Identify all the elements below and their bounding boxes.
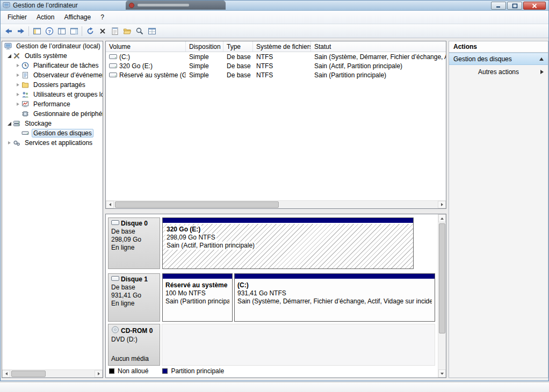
tree-item-observateur[interactable]: Observateur d’événements bbox=[2, 70, 103, 80]
volume-row-reserve-systeme-g[interactable]: Réservé au système (G:) Simple De base N… bbox=[106, 70, 446, 79]
expander-open-icon[interactable] bbox=[6, 53, 12, 59]
chevron-right-icon bbox=[540, 70, 544, 74]
column-header-volume[interactable]: Volume bbox=[106, 41, 186, 52]
scroll-left-button[interactable] bbox=[106, 201, 114, 208]
menu-action[interactable]: Action bbox=[32, 12, 59, 23]
background-tab-text-shape bbox=[138, 4, 189, 6]
volume-statut: Sain (Actif, Partition principale) bbox=[311, 62, 406, 70]
collapse-section-icon[interactable] bbox=[539, 57, 544, 61]
partition-type-color-bar bbox=[235, 274, 435, 280]
expander-closed-icon[interactable] bbox=[15, 101, 21, 107]
scroll-left-button[interactable] bbox=[2, 370, 10, 378]
menu-affichage[interactable]: Affichage bbox=[59, 12, 96, 23]
menu-fichier[interactable]: Fichier bbox=[3, 12, 32, 23]
partition-label: (C:) bbox=[237, 281, 432, 289]
tree-item-services-applications[interactable]: Services et applications bbox=[2, 138, 103, 148]
actions-section-gestion-des-disques[interactable]: Gestion des disques bbox=[449, 53, 548, 65]
tree-horizontal-scrollbar[interactable] bbox=[2, 369, 103, 378]
disk-kind: DVD (D:) bbox=[111, 336, 157, 344]
column-header-statut[interactable]: Statut bbox=[311, 41, 446, 52]
open-folder-button[interactable] bbox=[121, 25, 133, 37]
scroll-right-button[interactable] bbox=[438, 201, 446, 208]
tree-item-stockage[interactable]: Stockage bbox=[2, 119, 103, 128]
titlebar[interactable]: Gestion de l’ordinateur bbox=[1, 1, 548, 11]
expander-closed-icon[interactable] bbox=[15, 82, 21, 88]
event-viewer-icon bbox=[21, 71, 30, 79]
scrollbar-track[interactable] bbox=[438, 222, 446, 369]
background-window-fragment[interactable] bbox=[126, 1, 226, 10]
column-header-disposition[interactable]: Disposition bbox=[186, 41, 223, 52]
search-button[interactable] bbox=[133, 25, 146, 37]
volume-disposition: Simple bbox=[186, 62, 223, 70]
disk-name: CD-ROM 0 bbox=[121, 327, 153, 335]
back-button[interactable] bbox=[2, 25, 15, 37]
desktop-strip bbox=[0, 382, 549, 392]
tree-item-dossiers-partages[interactable]: Dossiers partagés bbox=[2, 80, 103, 90]
tree-item-utilisateurs-groupes[interactable]: Utilisateurs et groupes locaux bbox=[2, 90, 103, 99]
main-area: Gestion de l’ordinateur (local) Outils s… bbox=[1, 38, 548, 378]
scroll-down-button[interactable] bbox=[438, 369, 446, 378]
delete-button[interactable] bbox=[96, 25, 109, 37]
disk-1-header[interactable]: Disque 1 De base 931,41 Go En ligne bbox=[108, 273, 160, 322]
partition-reserve-systeme[interactable]: Réservé au système 100 Mo NTFS Sain (Par… bbox=[162, 273, 233, 322]
minimize-button[interactable] bbox=[491, 2, 506, 10]
scrollbar-thumb[interactable] bbox=[439, 223, 445, 333]
cdrom-0-header[interactable]: CD-ROM 0 DVD (D:) Aucun média bbox=[108, 324, 160, 366]
disk-kind: De base bbox=[111, 228, 157, 236]
disk-graphical-pane: Disque 0 De base 298,09 Go En ligne 320 … bbox=[105, 214, 446, 378]
expander-closed-icon[interactable] bbox=[15, 72, 21, 78]
disk-status: En ligne bbox=[111, 244, 157, 252]
volume-row-c[interactable]: (C:) Simple De base NTFS Sain (Système, … bbox=[106, 52, 446, 61]
expander-closed-icon[interactable] bbox=[6, 140, 12, 146]
show-hide-pane-button[interactable] bbox=[55, 25, 68, 37]
scroll-right-button[interactable] bbox=[95, 370, 103, 378]
local-users-groups-icon bbox=[21, 91, 30, 98]
partition-detail: 931,41 Go NTFS bbox=[237, 289, 432, 297]
maximize-button[interactable] bbox=[507, 2, 522, 10]
properties-button[interactable] bbox=[109, 25, 121, 37]
volume-list-horizontal-scrollbar[interactable] bbox=[106, 200, 446, 208]
tree-item-label: Planificateur de tâches bbox=[32, 61, 100, 70]
disk-icon bbox=[111, 220, 119, 228]
expander-closed-icon[interactable] bbox=[15, 63, 21, 69]
screen: Gestion de l’ordinateur Fichier Action A… bbox=[0, 0, 549, 392]
new-window-button[interactable] bbox=[146, 25, 158, 37]
tree-item-performance[interactable]: Performance bbox=[2, 99, 103, 109]
performance-icon bbox=[21, 100, 30, 108]
disk-name: Disque 1 bbox=[121, 275, 148, 284]
actions-pane: Actions Gestion des disques Autres actio… bbox=[449, 41, 548, 378]
tree-item-label: Performance bbox=[32, 100, 72, 108]
refresh-button[interactable] bbox=[84, 25, 96, 37]
volume-type: De base bbox=[223, 71, 253, 79]
expander-open-icon[interactable] bbox=[6, 121, 12, 127]
column-header-systeme-fichiers[interactable]: Système de fichiers bbox=[253, 41, 311, 52]
partition-label: Réservé au système bbox=[165, 281, 229, 289]
expander-closed-icon[interactable] bbox=[15, 92, 21, 98]
tree-item-root[interactable]: Gestion de l’ordinateur (local) bbox=[2, 41, 103, 51]
forward-button[interactable] bbox=[15, 25, 27, 37]
partition-320go-e[interactable]: 320 Go (E:) 298,09 Go NTFS Sain (Actif, … bbox=[162, 217, 414, 269]
scrollbar-thumb[interactable] bbox=[11, 371, 46, 377]
volume-row-320go-e[interactable]: 320 Go (E:) Simple De base NTFS Sain (Ac… bbox=[106, 61, 446, 70]
tree-item-planificateur[interactable]: Planificateur de tâches bbox=[2, 61, 103, 70]
show-action-pane-button[interactable] bbox=[68, 25, 80, 37]
tree-item-gestionnaire-peripheriques[interactable]: Gestionnaire de périphériques bbox=[2, 109, 103, 119]
menu-help[interactable]: ? bbox=[96, 12, 109, 23]
tree-item-gestion-des-disques[interactable]: Gestion des disques bbox=[2, 128, 103, 138]
help-button[interactable]: ? bbox=[43, 25, 55, 37]
scrollbar-thumb[interactable] bbox=[115, 201, 279, 208]
scrollbar-track[interactable] bbox=[114, 201, 438, 208]
scrollbar-track[interactable] bbox=[10, 370, 95, 378]
partition-c[interactable]: (C:) 931,41 Go NTFS Sain (Système, Démar… bbox=[234, 273, 435, 322]
close-button[interactable] bbox=[523, 2, 546, 10]
column-header-type[interactable]: Type bbox=[223, 41, 253, 52]
volume-disposition: Simple bbox=[186, 53, 223, 61]
disk-0-header[interactable]: Disque 0 De base 298,09 Go En ligne bbox=[108, 217, 160, 269]
console-tree-pane: Gestion de l’ordinateur (local) Outils s… bbox=[2, 41, 103, 378]
disk-size: 298,09 Go bbox=[111, 236, 157, 244]
tree-item-outils-systeme[interactable]: Outils système bbox=[2, 51, 103, 61]
more-actions-item[interactable]: Autres actions bbox=[449, 65, 548, 78]
disk-view-vertical-scrollbar[interactable] bbox=[438, 214, 446, 378]
show-console-tree-button[interactable] bbox=[31, 25, 43, 37]
scroll-up-button[interactable] bbox=[438, 214, 446, 222]
